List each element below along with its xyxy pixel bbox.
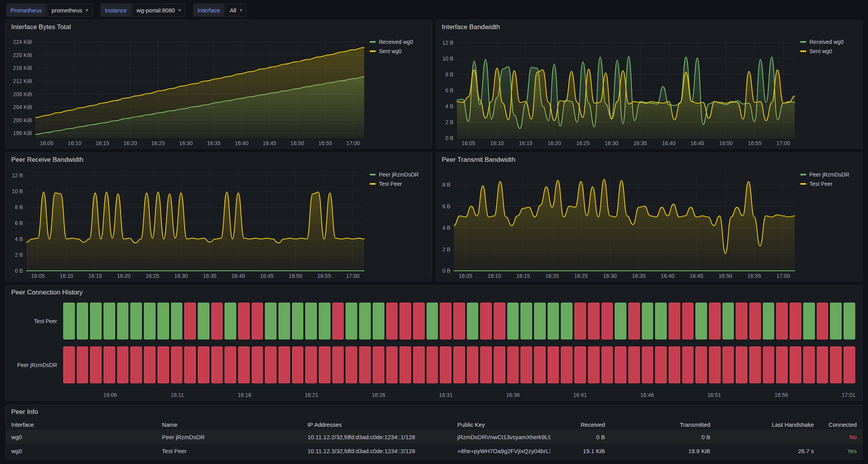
panel-title[interactable]: Peer Info xyxy=(6,405,862,419)
status-bar-up xyxy=(305,303,317,339)
status-bar-down xyxy=(480,303,492,339)
column-header-transmitted[interactable]: Transmitted xyxy=(610,421,716,428)
status-bar-down xyxy=(615,346,626,383)
status-bar-down xyxy=(373,346,384,383)
variable-label: Interface xyxy=(193,3,224,17)
svg-text:208 KiB: 208 KiB xyxy=(13,91,32,97)
status-bar-down xyxy=(574,346,586,383)
legend-item[interactable]: Received wg0 xyxy=(800,39,858,45)
legend-item[interactable]: Sent wg0 xyxy=(370,48,427,54)
time-series-plot[interactable]: 16:0516:1016:1516:2016:2516:3016:3516:40… xyxy=(439,34,798,147)
status-bar-down xyxy=(790,303,801,339)
status-bar-up xyxy=(844,303,855,339)
status-bar-down xyxy=(63,346,75,383)
status-bar-down xyxy=(736,303,747,339)
chevron-down-icon: ▾ xyxy=(240,8,242,12)
variable-current-value: prometheus xyxy=(52,7,82,14)
legend-item[interactable]: Peer jRzmDsDR xyxy=(800,171,858,178)
cell-public-key: +8he+pyWH7Oa9g2FVjIxQzy04brLX+Dn xyxy=(452,448,550,454)
status-bar-up xyxy=(359,303,371,339)
status-bar-down xyxy=(332,303,344,339)
chart-canvas[interactable]: 16:0516:1016:1516:2016:2516:3016:3516:40… xyxy=(439,34,798,147)
variable-value-dropdown[interactable]: All▾ xyxy=(225,3,247,17)
cell-interface: wg0 xyxy=(6,434,157,440)
status-bar-down xyxy=(588,303,600,339)
column-header-interface[interactable]: Interface xyxy=(6,421,157,428)
svg-text:16:30: 16:30 xyxy=(174,273,188,279)
status-bar-down xyxy=(77,346,88,383)
table-row: wg0Peer jRzmDsDR10.11.12.2/32,fdfd:d3ad:… xyxy=(6,430,862,444)
time-series-plot[interactable]: 16:0516:1016:1516:2016:2516:3016:3516:40… xyxy=(8,167,367,280)
status-bar-down xyxy=(682,346,694,383)
panel-title[interactable]: Peer Transmit Bandwidth xyxy=(436,153,862,167)
status-bar-down xyxy=(346,346,357,383)
status-bar-down xyxy=(494,346,505,383)
variable-current-value: All xyxy=(230,7,236,14)
status-bar-down xyxy=(440,303,451,339)
chart-canvas[interactable]: 16:0516:1016:1516:2016:2516:3016:3516:40… xyxy=(439,167,798,280)
variable-instance: Instancewg-portal:8080▾ xyxy=(100,3,185,17)
legend-series-label: Test Peer xyxy=(809,181,832,187)
svg-text:16:55: 16:55 xyxy=(318,140,332,146)
status-bar-down xyxy=(386,346,398,383)
svg-text:16:10: 16:10 xyxy=(490,140,504,146)
legend-series-label: Peer jRzmDsDR xyxy=(379,171,419,178)
status-bar-up xyxy=(642,303,654,339)
svg-text:4 B: 4 B xyxy=(442,225,450,231)
x-tick-label: 16:41 xyxy=(573,392,587,398)
svg-text:16:40: 16:40 xyxy=(662,140,676,146)
x-tick-label: 16:36 xyxy=(506,392,520,398)
status-bar-down xyxy=(198,346,209,383)
legend-item[interactable]: Sent wg0 xyxy=(800,48,858,54)
variable-value-dropdown[interactable]: wg-portal:8080▾ xyxy=(132,3,185,17)
status-bar-up xyxy=(90,303,102,339)
svg-text:16:10: 16:10 xyxy=(60,273,73,279)
legend-item[interactable]: Test Peer xyxy=(370,181,427,187)
column-header-last-handshake[interactable]: Last Handshake xyxy=(716,421,819,428)
status-bar-down xyxy=(104,346,115,383)
status-bar-down xyxy=(602,303,613,339)
dashboard-grid: Interface Bytes Total 16:0516:1016:1516:… xyxy=(0,18,868,464)
svg-text:16:40: 16:40 xyxy=(661,273,674,279)
svg-text:17:00: 17:00 xyxy=(776,140,790,146)
svg-text:8 B: 8 B xyxy=(15,204,23,210)
svg-text:16:45: 16:45 xyxy=(690,273,703,279)
cell-public-key: jRzmDsDRVnwCt13vsyamXherk9L9RhRE xyxy=(452,434,550,440)
svg-text:0 B: 0 B xyxy=(15,268,23,274)
variable-value-dropdown[interactable]: prometheus▾ xyxy=(47,3,93,17)
chart-canvas[interactable]: 16:0516:1016:1516:2016:2516:3016:3516:40… xyxy=(8,34,367,147)
svg-text:17:00: 17:00 xyxy=(776,273,790,279)
panel-title[interactable]: Peer Receive Bandwidth xyxy=(6,153,432,167)
status-bar-up xyxy=(655,303,667,339)
status-bar-down xyxy=(467,346,479,383)
column-header-received[interactable]: Received xyxy=(550,421,610,428)
status-bar-down xyxy=(278,346,290,383)
chart-canvas[interactable]: 16:0516:1016:1516:2016:2516:3016:3516:40… xyxy=(8,167,367,280)
status-bar-up xyxy=(695,303,707,339)
legend-item[interactable]: Test Peer xyxy=(800,181,858,187)
panel-title[interactable]: Interface Bytes Total xyxy=(6,20,432,34)
legend-item[interactable]: Peer jRzmDsDR xyxy=(370,171,427,178)
time-series-plot[interactable]: 16:0516:1016:1516:2016:2516:3016:3516:40… xyxy=(8,34,367,147)
panel-title[interactable]: Interface Bandwidth xyxy=(436,20,862,34)
status-bar-down xyxy=(749,346,761,383)
status-bar-up xyxy=(548,303,559,339)
column-header-ip-addresses[interactable]: IP Addresses xyxy=(302,421,452,428)
legend-series-swatch xyxy=(370,50,376,52)
legend-item[interactable]: Received wg0 xyxy=(370,39,427,45)
svg-text:16:45: 16:45 xyxy=(260,273,274,279)
time-series-plot[interactable]: 16:0516:1016:1516:2016:2516:3016:3516:40… xyxy=(439,167,798,280)
column-header-name[interactable]: Name xyxy=(157,421,302,428)
svg-text:16:25: 16:25 xyxy=(145,273,159,279)
svg-text:16:45: 16:45 xyxy=(691,140,704,146)
panel-title[interactable]: Peer Connection History xyxy=(6,286,862,300)
svg-text:16:45: 16:45 xyxy=(263,140,276,146)
x-tick-label: 16:16 xyxy=(238,392,251,398)
cell-last-handshake: 26.7 s xyxy=(716,448,819,454)
column-header-connected[interactable]: Connected xyxy=(820,421,862,428)
status-bar-down xyxy=(184,303,196,339)
status-bar-down xyxy=(749,303,761,339)
column-header-public-key[interactable]: Public Key xyxy=(452,421,550,428)
status-x-axis: 16:0616:1116:1616:2116:2616:3116:3616:41… xyxy=(63,390,855,399)
cell-ip-addresses: 10.11.12.3/32,fdfd:d3ad:c0de:1234::2/128 xyxy=(302,448,452,454)
